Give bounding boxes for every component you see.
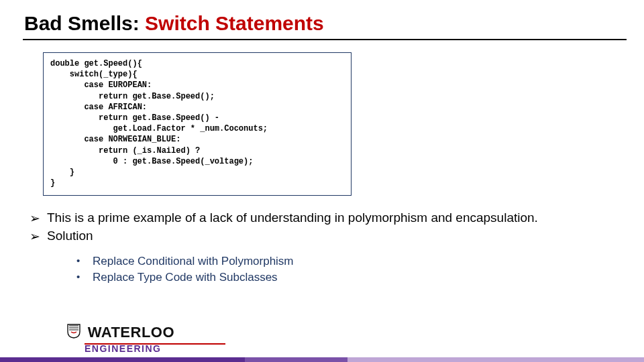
code-example: double get.Speed(){ switch(_type){ case … <box>50 58 344 188</box>
kw-case: case <box>50 103 103 112</box>
code-text: EUROPEAN: <box>103 80 152 90</box>
sub-bullet-text: Replace Conditional with Polymorphism <box>93 255 294 268</box>
slide: Bad Smells: Switch Statements double get… <box>0 0 644 362</box>
code-text: (_is.Nailed) ? <box>127 146 200 156</box>
dot-icon: • <box>76 271 93 282</box>
kw-double: double <box>50 59 79 68</box>
kw-return: return <box>50 113 127 123</box>
footer-bar-segment <box>0 357 245 362</box>
title-prefix: Bad Smells: <box>24 12 145 34</box>
waterloo-logo: WATERLOO ENGINEERING <box>67 324 228 354</box>
code-text: get.Load.Factor * _num.Coconuts; <box>50 124 268 133</box>
code-text: get.Base.Speed(); <box>127 92 215 101</box>
kw-switch: switch <box>50 70 99 79</box>
kw-case: case <box>50 135 103 144</box>
code-text: } <box>50 168 74 177</box>
spacer <box>30 247 620 253</box>
bullet-item: ➢ Solution <box>30 229 620 244</box>
code-text: 0 : get.Base.Speed(_voltage); <box>50 157 253 166</box>
code-text: AFRICAN: <box>103 103 147 112</box>
bullet-text: Solution <box>47 229 93 243</box>
sub-bullet-item: • Replace Conditional with Polymorphism <box>76 255 620 268</box>
footer-bar <box>0 357 644 362</box>
kw-return: return <box>50 146 127 156</box>
logo-main: WATERLOO <box>67 324 228 343</box>
logo-sub-text: ENGINEERING <box>85 343 228 354</box>
sub-bullet-item: • Replace Type Code with Subclasses <box>76 271 620 284</box>
logo-main-text: WATERLOO <box>88 324 174 341</box>
arrow-icon: ➢ <box>30 229 47 244</box>
title-highlight: Switch Statements <box>145 12 324 34</box>
kw-case: case <box>50 80 103 90</box>
sub-bullet-text: Replace Type Code with Subclasses <box>93 271 278 284</box>
dot-icon: • <box>76 255 93 266</box>
code-text: (_type){ <box>99 70 138 79</box>
code-text: get.Speed(){ <box>79 59 142 68</box>
bullet-item: ➢ This is a prime example of a lack of u… <box>30 210 620 226</box>
title-underline <box>23 39 627 40</box>
bullet-text: This is a prime example of a lack of und… <box>47 210 538 225</box>
crest-icon <box>67 324 80 343</box>
arrow-icon: ➢ <box>30 210 47 226</box>
footer: WATERLOO ENGINEERING <box>0 324 644 362</box>
footer-bar-segment <box>245 357 348 362</box>
code-example-box: double get.Speed(){ switch(_type){ case … <box>43 52 352 196</box>
page-title: Bad Smells: Switch Statements <box>24 12 620 35</box>
bullet-list: ➢ This is a prime example of a lack of u… <box>30 210 620 284</box>
code-text: get.Base.Speed() - <box>127 113 219 123</box>
footer-bar-segment <box>347 357 644 362</box>
code-text: } <box>50 178 55 188</box>
code-text: NORWEGIAN_BLUE: <box>103 135 180 144</box>
kw-return: return <box>50 92 127 101</box>
